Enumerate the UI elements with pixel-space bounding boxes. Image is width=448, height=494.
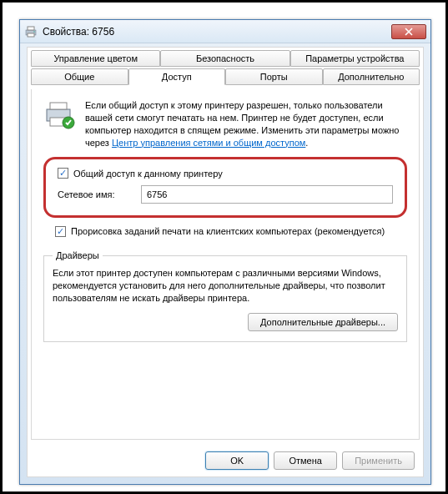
tabs-row-1: Управление цветом Безопасность Параметры…	[28, 48, 423, 67]
apply-button[interactable]: Применить	[342, 451, 415, 470]
info-text-end: .	[305, 138, 308, 148]
info-text: Если общий доступ к этому принтеру разре…	[85, 99, 407, 149]
tab-general[interactable]: Общие	[31, 68, 128, 85]
additional-drivers-button[interactable]: Дополнительные драйверы...	[248, 313, 398, 331]
properties-dialog: Свойства: 6756 Управление цветом Безопас…	[19, 19, 431, 485]
render-checkbox-row: ✓ Прорисовка заданий печати на клиентски…	[43, 223, 407, 242]
dialog-buttons: OK Отмена Применить	[205, 451, 415, 470]
share-name-input[interactable]	[141, 185, 393, 204]
tab-advanced[interactable]: Дополнительно	[323, 68, 420, 85]
close-icon	[405, 28, 413, 36]
printer-title-icon	[24, 25, 38, 38]
drivers-text: Если этот принтер доступен компьютерам с…	[53, 267, 398, 305]
ok-button[interactable]: OK	[205, 451, 269, 470]
check-icon: ✓	[59, 169, 67, 178]
network-center-link[interactable]: Центр управления сетями и общим доступом	[112, 138, 305, 148]
share-checkbox[interactable]: ✓	[58, 168, 68, 179]
svg-rect-2	[28, 33, 34, 37]
svg-rect-1	[28, 27, 34, 30]
dialog-body: Управление цветом Безопасность Параметры…	[27, 47, 424, 477]
tab-device-settings[interactable]: Параметры устройства	[290, 50, 420, 67]
svg-point-3	[33, 31, 35, 33]
tabs-row-2: Общие Доступ Порты Дополнительно	[28, 66, 423, 85]
tab-content: Если общий доступ к этому принтеру разре…	[31, 89, 420, 440]
tab-security[interactable]: Безопасность	[160, 50, 289, 67]
svg-rect-5	[50, 103, 67, 109]
check-icon: ✓	[57, 227, 64, 236]
window-title: Свойства: 6756	[43, 26, 391, 38]
share-checkbox-row: ✓ Общий доступ к данному принтеру	[58, 168, 393, 179]
share-name-row: Сетевое имя:	[58, 185, 393, 204]
render-checkbox-label: Прорисовка заданий печати на клиентских …	[71, 226, 385, 236]
tab-ports[interactable]: Порты	[225, 68, 323, 85]
share-checkbox-label: Общий доступ к данному принтеру	[73, 169, 223, 179]
titlebar: Свойства: 6756	[20, 20, 430, 43]
drivers-legend: Драйверы	[53, 250, 103, 260]
printer-share-icon	[43, 99, 77, 129]
tab-color-management[interactable]: Управление цветом	[31, 50, 160, 67]
render-checkbox[interactable]: ✓	[55, 226, 66, 237]
close-button[interactable]	[391, 24, 426, 39]
tab-sharing[interactable]: Доступ	[128, 68, 226, 85]
highlight-annotation: ✓ Общий доступ к данному принтеру Сетево…	[43, 157, 407, 218]
info-row: Если общий доступ к этому принтеру разре…	[43, 99, 407, 149]
share-name-label: Сетевое имя:	[58, 189, 133, 199]
cancel-button[interactable]: Отмена	[274, 451, 337, 470]
drivers-fieldset: Драйверы Если этот принтер доступен комп…	[43, 250, 407, 342]
